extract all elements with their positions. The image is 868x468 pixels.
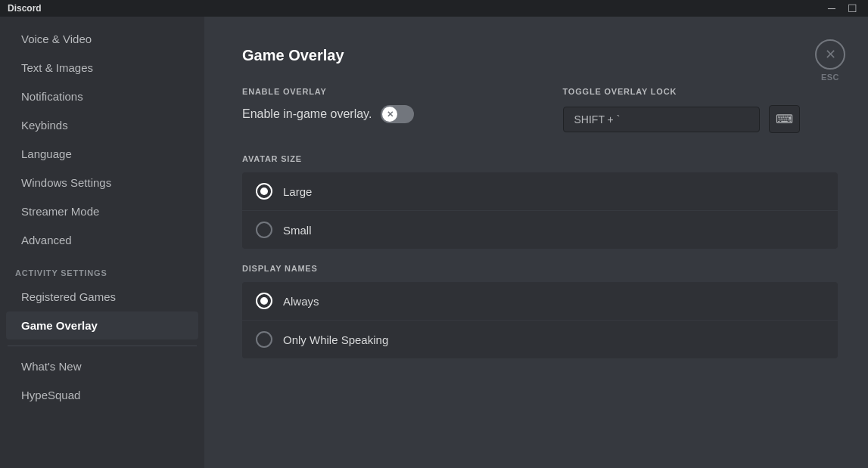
display-always-label: Always [283, 295, 319, 308]
sidebar-item-streamer-mode[interactable]: Streamer Mode [6, 197, 198, 225]
enable-overlay-section: ENABLE OVERLAY Enable in-game overlay. ✕ [242, 87, 518, 123]
sidebar-item-label: Text & Images [21, 61, 93, 74]
app-body: Voice & Video Text & Images Notification… [0, 17, 868, 468]
sidebar-item-label: Advanced [21, 234, 72, 246]
close-icon: ✕ [815, 39, 845, 70]
keybind-row: SHIFT + ` ⌨ [563, 105, 838, 133]
page-title: Game Overlay [242, 47, 838, 64]
main-content: Game Overlay ✕ ESC ENABLE OVERLAY Enable… [204, 17, 868, 468]
keybind-edit-button[interactable]: ⌨ [769, 105, 800, 133]
sidebar-divider [8, 346, 197, 346]
sidebar-item-registered-games[interactable]: Registered Games [6, 283, 198, 311]
activity-settings-header: ACTIVITY SETTINGS [0, 255, 204, 282]
sidebar-item-label: Registered Games [21, 290, 116, 303]
avatar-size-label: AVATAR SIZE [242, 154, 838, 163]
sidebar-item-label: Keybinds [21, 119, 68, 132]
radio-circle-small [256, 222, 272, 238]
avatar-size-radio-group: Large Small [242, 172, 838, 249]
enable-overlay-text: Enable in-game overlay. [242, 107, 372, 121]
app-title: Discord [8, 3, 42, 14]
display-names-label: DISPLAY NAMES [242, 264, 838, 273]
sidebar-item-label: Game Overlay [21, 319, 98, 332]
sidebar-item-label: Voice & Video [21, 33, 92, 45]
sidebar: Voice & Video Text & Images Notification… [0, 17, 204, 468]
titlebar: Discord ─ ☐ [0, 0, 868, 17]
display-names-section: DISPLAY NAMES Always Only While Speaking [242, 264, 838, 358]
sidebar-item-text-images[interactable]: Text & Images [6, 54, 198, 82]
sidebar-item-label: HypeSquad [21, 389, 80, 401]
display-speaking-option[interactable]: Only While Speaking [242, 321, 838, 358]
sidebar-item-label: Language [21, 147, 72, 160]
window-controls: ─ ☐ [825, 3, 860, 14]
keyboard-icon: ⌨ [776, 112, 793, 126]
sidebar-item-hypesquad[interactable]: HypeSquad [6, 381, 198, 409]
toggle-x-icon: ✕ [387, 110, 394, 119]
close-button[interactable]: ✕ ESC [815, 39, 845, 82]
sidebar-item-game-overlay[interactable]: Game Overlay [6, 311, 198, 339]
sidebar-item-voice-video[interactable]: Voice & Video [6, 25, 198, 53]
maximize-button[interactable]: ☐ [845, 3, 860, 14]
enable-overlay-label: ENABLE OVERLAY [242, 87, 518, 96]
sidebar-item-label: Streamer Mode [21, 205, 99, 218]
avatar-small-option[interactable]: Small [242, 211, 838, 249]
keybind-input[interactable]: SHIFT + ` [563, 107, 760, 132]
toggle-overlay-lock-label: TOGGLE OVERLAY LOCK [563, 87, 838, 96]
display-always-option[interactable]: Always [242, 282, 838, 321]
sidebar-item-label: Windows Settings [21, 176, 111, 189]
avatar-large-label: Large [283, 185, 312, 198]
sidebar-item-advanced[interactable]: Advanced [6, 226, 198, 254]
avatar-small-label: Small [283, 224, 312, 237]
toggle-overlay-lock-section: TOGGLE OVERLAY LOCK SHIFT + ` ⌨ [563, 87, 838, 133]
sidebar-item-windows-settings[interactable]: Windows Settings [6, 169, 198, 197]
display-speaking-label: Only While Speaking [283, 333, 388, 346]
radio-inner-always [260, 297, 268, 305]
display-names-radio-group: Always Only While Speaking [242, 282, 838, 358]
sidebar-item-whats-new[interactable]: What's New [6, 352, 198, 380]
minimize-button[interactable]: ─ [825, 3, 838, 14]
sidebar-item-label: Notifications [21, 90, 83, 103]
radio-circle-always [256, 293, 272, 309]
sidebar-item-keybinds[interactable]: Keybinds [6, 111, 198, 139]
enable-overlay-toggle[interactable]: ✕ [381, 105, 414, 123]
sidebar-item-language[interactable]: Language [6, 140, 198, 168]
esc-label: ESC [821, 73, 839, 82]
toggle-row: Enable in-game overlay. ✕ [242, 105, 518, 123]
sidebar-item-notifications[interactable]: Notifications [6, 82, 198, 110]
avatar-size-section: AVATAR SIZE Large Small [242, 154, 838, 249]
avatar-large-option[interactable]: Large [242, 172, 838, 211]
radio-circle-speaking [256, 331, 272, 348]
toggle-knob: ✕ [382, 107, 397, 122]
sidebar-item-label: What's New [21, 360, 82, 373]
radio-inner-large [260, 188, 268, 195]
radio-circle-large [256, 183, 272, 200]
